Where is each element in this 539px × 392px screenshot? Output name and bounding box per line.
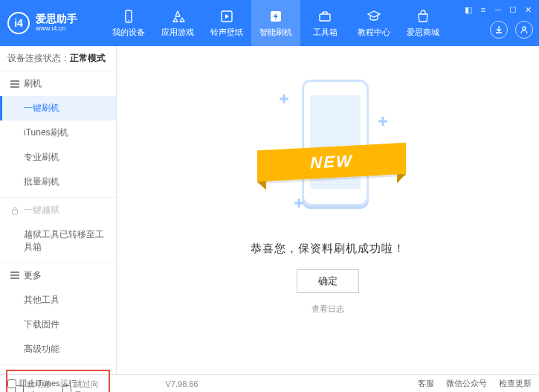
view-log-link[interactable]: 查看日志 [312,303,344,315]
nav-tutorial[interactable]: 教程中心 [349,0,398,46]
menu-icon[interactable]: ≡ [478,4,488,15]
skin-icon[interactable]: ◧ [463,4,474,15]
svg-point-1 [128,20,129,22]
section-刷机[interactable]: 刷机 [0,71,116,96]
nav-store[interactable]: 爱思商城 [398,0,448,46]
sidebar-item[interactable]: 其他工具 [0,288,116,312]
nav-apps[interactable]: 应用游戏 [153,0,202,46]
phone-illustration: NEW [272,80,384,228]
nav-flash[interactable]: 智能刷机 [251,0,300,46]
footer-link[interactable]: 客服 [418,378,434,389]
sidebar-item[interactable]: 一键刷机 [0,96,116,121]
block-itunes-checkbox[interactable]: 阻止iTunes运行 [7,378,77,389]
logo-icon: i4 [7,12,30,34]
device-icon [120,8,137,25]
download-button[interactable] [490,21,508,39]
connection-status: 设备连接状态：正常模式 [0,46,116,71]
store-icon [415,8,431,25]
sidebar-item[interactable]: 下载固件 [0,312,116,337]
nav-device[interactable]: 我的设备 [104,0,153,46]
section-更多[interactable]: 更多 [0,263,116,288]
logo-area: i4 爱思助手 www.i4.cn [7,12,104,34]
svg-rect-4 [320,14,330,21]
sidebar: 设备连接状态：正常模式 刷机一键刷机iTunes刷机专业刷机批量刷机一键越狱越狱… [0,46,117,374]
close-icon[interactable]: ✕ [523,4,533,15]
main-content: NEW 恭喜您，保资料刷机成功啦！ 确定 查看日志 [117,46,539,374]
tutorial-icon [366,8,382,25]
app-url: www.i4.cn [36,25,77,33]
media-icon [219,8,235,25]
app-header: i4 爱思助手 www.i4.cn 我的设备应用游戏铃声壁纸智能刷机工具箱教程中… [0,0,539,46]
lock-icon [10,206,19,215]
flash-icon [268,8,284,25]
sidebar-item[interactable]: 越狱工具已转移至工具箱 [0,222,116,260]
conn-value: 正常模式 [70,53,106,63]
nav-toolbox[interactable]: 工具箱 [300,0,349,46]
new-ribbon: NEW [257,143,406,181]
window-controls: ◧ ≡ ─ ☐ ✕ [463,4,533,15]
sidebar-item[interactable]: 高级功能 [0,337,116,362]
svg-rect-6 [13,210,18,214]
success-message: 恭喜您，保资料刷机成功啦！ [251,242,405,256]
sidebar-item[interactable]: 专业刷机 [0,145,116,170]
toolbox-icon [317,8,333,25]
menu-icon [10,79,19,89]
user-button[interactable] [515,21,533,39]
nav-media[interactable]: 铃声壁纸 [202,0,251,46]
menu-icon [10,270,19,280]
sidebar-item[interactable]: 批量刷机 [0,170,116,194]
sidebar-item[interactable]: iTunes刷机 [0,121,116,145]
apps-icon [170,8,186,25]
main-nav: 我的设备应用游戏铃声壁纸智能刷机工具箱教程中心爱思商城 [104,0,448,46]
maximize-icon[interactable]: ☐ [508,4,518,15]
svg-point-5 [523,27,526,30]
section-一键越狱[interactable]: 一键越狱 [0,198,116,222]
conn-label: 设备连接状态： [7,53,70,63]
ok-button[interactable]: 确定 [297,269,359,293]
footer-link[interactable]: 微信公众号 [446,378,487,389]
app-title: 爱思助手 [36,13,77,25]
footer-link[interactable]: 检查更新 [499,378,532,389]
version-label: V7.98.66 [166,379,199,388]
minimize-icon[interactable]: ─ [493,4,503,15]
